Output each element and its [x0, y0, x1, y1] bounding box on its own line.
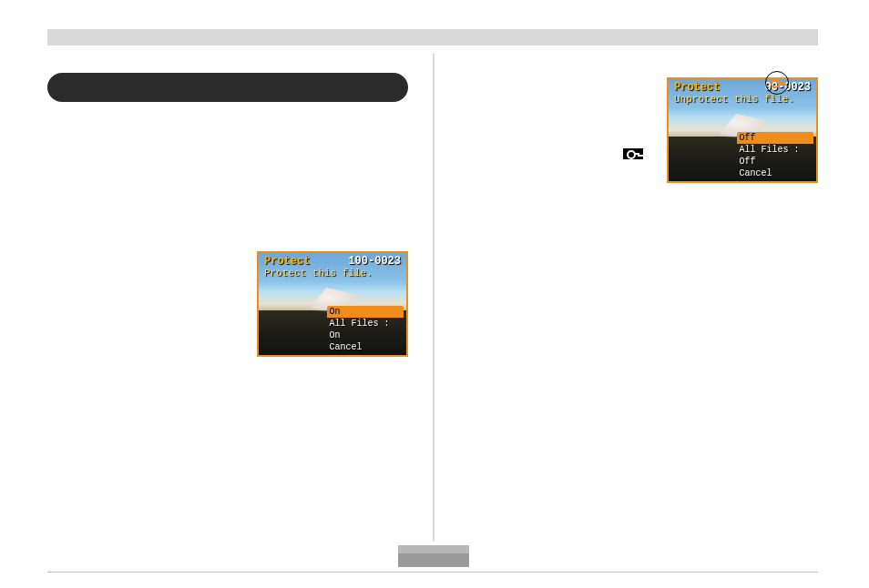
key-icon — [771, 78, 783, 87]
lcd-menu: Off All Files : Off Cancel — [737, 132, 813, 179]
lcd-protect-on: Protect 100-0023 Protect this file. On A… — [257, 251, 408, 357]
section-pill-label — [47, 80, 64, 95]
lcd-menu-highlight: Off — [737, 132, 813, 144]
lcd-menu-row: All Files : Off — [737, 144, 813, 167]
lcd-menu-row: Cancel — [327, 341, 404, 353]
lcd-protect-off: Protect 00-0023 Unprotect this file. Off… — [667, 77, 818, 183]
top-bar — [47, 29, 818, 46]
footer-rule — [47, 572, 818, 573]
lcd-menu-row: All Files : On — [327, 318, 404, 341]
lcd-header: Protect — [264, 255, 310, 268]
lcd-subtitle: Protect this file. — [264, 268, 373, 279]
lcd-menu-row: Cancel — [737, 167, 813, 179]
key-icon-inline — [623, 148, 643, 159]
lcd-menu-highlight: On — [327, 306, 404, 318]
column-divider — [433, 54, 434, 542]
page-number-box — [398, 553, 469, 567]
lcd-subtitle: Unprotect this file. — [674, 94, 794, 105]
section-pill — [47, 73, 408, 102]
lcd-file-number: 100-0023 — [348, 255, 401, 268]
lcd-header: Protect — [674, 81, 720, 94]
key-icon — [627, 149, 639, 158]
lcd-menu: On All Files : On Cancel — [327, 306, 404, 353]
key-icon-callout-circle — [765, 71, 789, 95]
